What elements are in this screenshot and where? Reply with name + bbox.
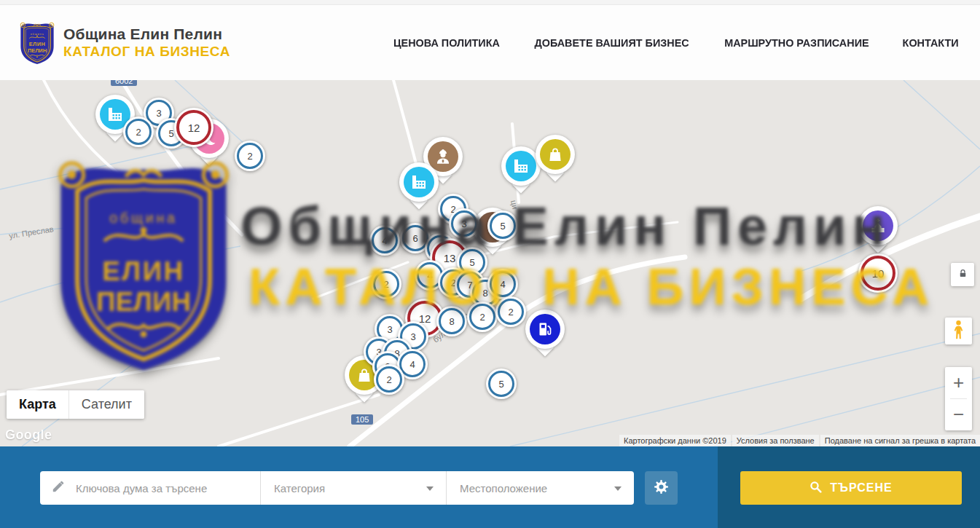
svg-text:община: община <box>31 32 44 36</box>
cluster-marker[interactable]: 5 <box>487 210 518 241</box>
factory-icon <box>404 167 434 197</box>
cluster-count: 2 <box>469 304 495 330</box>
map-data-copyright: Картографски данни ©2019 <box>619 435 731 446</box>
map-type-map-button[interactable]: Карта <box>7 390 68 419</box>
search-bar: Категория Местоположение <box>0 446 980 528</box>
search-submit-button[interactable]: ТЪРСЕНЕ <box>740 471 962 505</box>
cluster-count: 2 <box>373 271 399 297</box>
fuel-icon <box>530 314 560 344</box>
svg-text:ПЕЛИН: ПЕЛИН <box>28 47 47 54</box>
location-select-value: Местоположение <box>460 482 547 494</box>
google-map-canvas[interactable]: ул. Преславбул. „Новоселци 6002105 32512… <box>0 80 980 446</box>
attribution-link[interactable]: Условия за ползване <box>732 435 819 446</box>
road-number-badge: 105 <box>351 414 373 425</box>
search-button-label: ТЪРСЕНЕ <box>830 481 892 494</box>
attribution-link[interactable]: Подаване на сигнал за грешка в картата <box>820 435 980 446</box>
cluster-marker[interactable]: 2 <box>371 269 401 299</box>
factory-icon <box>506 151 536 181</box>
map-attribution: Картографски данни ©2019Условия за ползв… <box>619 435 980 446</box>
cluster-count: 10 <box>861 256 895 291</box>
gear-icon <box>654 479 669 497</box>
keyword-field-wrap <box>40 471 261 505</box>
site-title: Община Елин Пелин <box>63 25 230 44</box>
cluster-count: 5 <box>488 371 514 397</box>
chevron-down-icon <box>614 486 622 491</box>
factory-category-pin[interactable] <box>501 146 541 196</box>
location-select[interactable]: Местоположение <box>447 471 634 505</box>
pin-disc <box>536 135 575 174</box>
chevron-down-icon <box>426 486 434 491</box>
pegman-icon <box>952 320 965 343</box>
church-category-pin[interactable] <box>858 206 898 256</box>
cluster-count: 3 <box>451 210 477 237</box>
nav-item-0[interactable]: ЦЕНОВА ПОЛИТИКА <box>393 36 500 49</box>
keyword-search-input[interactable] <box>74 481 248 495</box>
advanced-search-button[interactable] <box>645 471 678 505</box>
cluster-count: 2 <box>237 143 263 169</box>
brand[interactable]: община ЕЛИН ПЕЛИН Община Елин Пелин КАТА… <box>19 20 230 65</box>
cluster-marker[interactable]: 2 <box>374 364 404 395</box>
street-view-lock-button[interactable] <box>951 263 974 286</box>
pin-disc <box>501 146 541 186</box>
cluster-marker[interactable]: 3 <box>449 208 479 239</box>
cluster-marker[interactable]: 2 <box>123 117 154 147</box>
road-number-badge: 6002 <box>111 80 137 86</box>
pencil-icon <box>52 480 65 496</box>
cluster-marker[interactable]: 2 <box>467 302 498 332</box>
cluster-marker[interactable]: 8 <box>436 306 467 336</box>
cluster-marker[interactable]: 2 <box>495 296 526 327</box>
cluster-count: 4 <box>490 271 516 297</box>
pin-disc <box>858 206 898 245</box>
cluster-marker[interactable]: 12 <box>174 108 213 147</box>
map-type-control: Карта Сателит <box>7 390 144 419</box>
municipality-coat-of-arms-logo: община ЕЛИН ПЕЛИН <box>19 20 55 65</box>
search-icon <box>810 481 822 496</box>
pin-disc <box>525 310 565 349</box>
page-top-strip <box>0 0 980 5</box>
church-icon <box>863 210 893 241</box>
cluster-count: 2 <box>125 119 152 145</box>
nav-item-3[interactable]: КОНТАКТИ <box>902 36 958 49</box>
pegman-control[interactable] <box>945 318 972 344</box>
nav-item-2[interactable]: МАРШРУТНО РАЗПИСАНИЕ <box>724 36 869 49</box>
cluster-count: 4 <box>372 227 398 253</box>
cluster-marker[interactable]: 5 <box>486 369 517 399</box>
brand-text: Община Елин Пелин КАТАЛОГ НА БИЗНЕСА <box>63 25 230 60</box>
bag-category-pin[interactable] <box>536 135 575 184</box>
map-type-satellite-button[interactable]: Сателит <box>68 390 144 419</box>
google-logo[interactable]: Google <box>5 427 52 443</box>
cluster-count: 12 <box>176 110 211 145</box>
cluster-marker[interactable]: 10 <box>858 253 898 293</box>
cluster-count: 8 <box>439 308 465 334</box>
category-select[interactable]: Категория <box>261 471 447 505</box>
zoom-out-button[interactable]: − <box>945 399 972 430</box>
category-select-value: Категория <box>274 482 325 494</box>
site-header: община ЕЛИН ПЕЛИН Община Елин Пелин КАТА… <box>0 5 980 80</box>
cluster-count: 2 <box>376 366 402 393</box>
cluster-marker[interactable]: 2 <box>235 141 265 171</box>
fuel-category-pin[interactable] <box>525 310 565 359</box>
lock-icon <box>958 268 968 281</box>
svg-text:ЕЛИН: ЕЛИН <box>29 41 46 47</box>
cluster-marker[interactable]: 4 <box>369 225 400 256</box>
site-subtitle: КАТАЛОГ НА БИЗНЕСА <box>63 44 230 60</box>
factory-category-pin[interactable] <box>399 162 439 212</box>
search-fields-group: Категория Местоположение <box>40 471 634 505</box>
bag-icon <box>540 139 571 170</box>
zoom-in-button[interactable]: + <box>945 367 972 398</box>
nav-item-1[interactable]: ДОБАВЕТЕ ВАШИЯТ БИЗНЕС <box>534 36 689 49</box>
cluster-count: 5 <box>490 213 516 239</box>
pin-disc <box>399 162 439 202</box>
zoom-control: + − <box>945 367 972 430</box>
cluster-count: 2 <box>498 299 524 325</box>
main-nav: ЦЕНОВА ПОЛИТИКАДОБАВЕТЕ ВАШИЯТ БИЗНЕСМАР… <box>391 36 960 49</box>
cluster-marker[interactable]: 4 <box>487 269 518 299</box>
